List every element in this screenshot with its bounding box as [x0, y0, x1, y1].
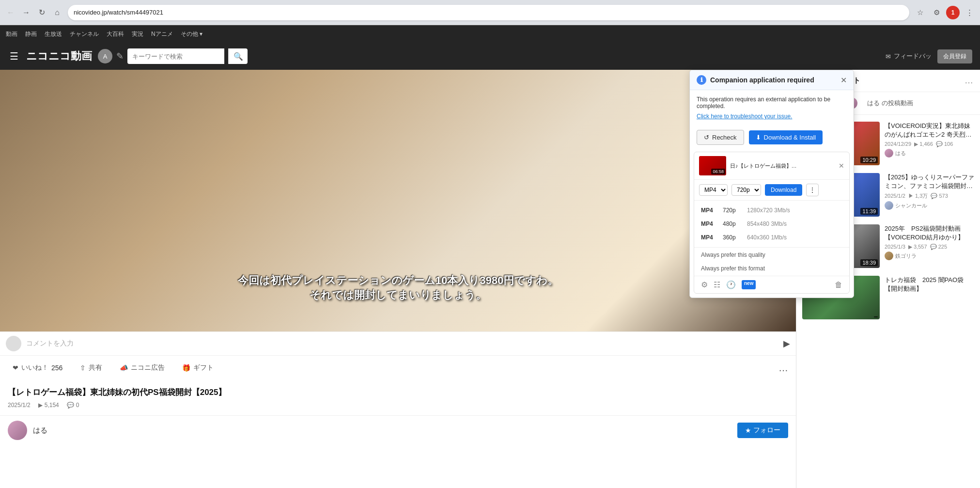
tab-author-videos[interactable]: はる の投稿動画: [860, 96, 920, 110]
dl-quality-item-720[interactable]: MP4 720p 1280x720 3Mb/s: [694, 204, 849, 217]
search-input[interactable]: [127, 48, 224, 64]
comment-avatar: [6, 336, 21, 351]
search-button[interactable]: 🔍: [228, 48, 248, 64]
rec-author-row-1: はる: [885, 149, 974, 157]
rec-date-1: 2024/12/29: [885, 141, 911, 147]
rec-meta-3: 2025/1/3 ▶ 3,557 💬 225: [885, 244, 974, 250]
register-button[interactable]: 会員登録: [937, 49, 972, 63]
rec-views-1: 1,466: [919, 141, 933, 147]
subtitle-line2: それでは開封してまいりましょう。: [238, 288, 558, 302]
main-content: 今回は初代プレイステーションのゲーム10本入り3980円ですわ。 それでは開封し…: [0, 70, 796, 488]
search-area: A ✎ 🔍: [98, 48, 248, 64]
back-button[interactable]: ←: [4, 6, 17, 19]
dl-res-360: 360p: [723, 234, 742, 241]
rec-author-name-2: シャンカール: [895, 202, 927, 209]
video-player[interactable]: 今回は初代プレイステーションのゲーム10本入り3980円ですわ。 それでは開封し…: [0, 70, 796, 331]
author-section: はる ★ フォロー: [0, 415, 796, 445]
comments-count: 0: [76, 402, 79, 409]
comments-icon: 💬: [67, 402, 74, 409]
dl-size-720: 1280x720 3Mb/s: [747, 207, 790, 214]
follow-button[interactable]: ★ フォロー: [737, 423, 788, 438]
author-tab[interactable]: はる の投稿動画: [846, 96, 920, 110]
like-button[interactable]: ❤ いいね！ 256: [8, 361, 67, 375]
rec-title-3: 2025年 PS2福袋開封動画【VOICEROID結月ゆかり】: [885, 224, 974, 242]
ad-icon: 📣: [120, 364, 128, 372]
views-count: 5,154: [45, 402, 59, 409]
dl-clock-icon[interactable]: 🕐: [726, 280, 736, 289]
extensions-button[interactable]: ⚙: [930, 6, 943, 19]
dl-trash-icon[interactable]: 🗑: [835, 281, 842, 289]
rec-date-3: 2025/1/3: [885, 244, 905, 250]
site-logo: ニコニコ動画: [26, 49, 92, 63]
nav-item-video[interactable]: 動画: [6, 30, 17, 38]
rec-author-avatar-3: [885, 252, 893, 260]
rec-title-1: 【VOICEROID実況】東北姉妹のがんばれゴエモン2 奇天烈将軍マッギネ…: [885, 122, 974, 139]
menu-button[interactable]: ⋮: [963, 6, 976, 19]
comment-send-button[interactable]: ▶: [783, 338, 790, 349]
home-button[interactable]: ⌂: [50, 6, 64, 19]
dl-settings-icon[interactable]: ⚙: [701, 280, 708, 289]
video-action-bar: ❤ いいね！ 256 ⇧ 共有 📣 ニコニ広告 🎁 ギフト …: [0, 355, 796, 380]
companion-link[interactable]: Click here to troubleshoot your issue.: [697, 113, 792, 120]
dl-quality-select[interactable]: 720p: [731, 184, 761, 196]
dl-title-text: 日♪【レトロゲーム福袋】…: [730, 162, 835, 169]
dl-quality-item-360[interactable]: MP4 360p 640x360 1Mb/s: [694, 231, 849, 244]
companion-info-icon: ℹ: [697, 75, 706, 85]
nav-item-live[interactable]: 生放送: [45, 30, 62, 38]
nav-item-manga[interactable]: 静画: [25, 30, 37, 38]
address-bar[interactable]: [68, 5, 909, 20]
follow-star-icon: ★: [745, 426, 751, 434]
dl-prefer-format[interactable]: Always prefer this format: [694, 262, 849, 276]
rec-info-2: 【2025】ゆっくりスーパーファミコン、ファミコン福袋開封動画 2025/1/2…: [885, 173, 974, 217]
dl-more-button[interactable]: ⋮: [806, 184, 819, 196]
recheck-label: Recheck: [712, 134, 737, 141]
feed-icon: ✉: [886, 53, 891, 60]
dl-controls: MP4 720p Download ⋮: [694, 180, 849, 201]
header-right: ✉ フィードバッ 会員登録: [886, 49, 972, 63]
nav-item-wiki[interactable]: 大百科: [107, 30, 124, 38]
dl-close-button[interactable]: ✕: [839, 162, 844, 170]
more-button[interactable]: …: [778, 362, 788, 374]
dl-quality-item-480[interactable]: MP4 480p 854x480 3Mb/s: [694, 217, 849, 231]
nav-item-anime[interactable]: Nアニメ: [151, 30, 173, 38]
gift-button[interactable]: 🎁 ギフト: [177, 361, 218, 375]
ad-button[interactable]: 📣 ニコニ広告: [115, 361, 170, 375]
rec-comments-2: 573: [939, 193, 948, 199]
nav-buttons: ← → ↻ ⌂: [4, 6, 64, 19]
dl-prefer-quality[interactable]: Always prefer this quality: [694, 247, 849, 262]
dl-download-button[interactable]: Download: [765, 184, 802, 196]
recheck-button[interactable]: ↺ Recheck: [697, 130, 744, 145]
feed-button[interactable]: ✉ フィードバッ: [886, 52, 932, 61]
reload-button[interactable]: ↻: [35, 6, 48, 19]
video-title: 【レトロゲーム福袋】東北姉妹の初代PS福袋開封【2025】: [8, 387, 788, 398]
main-header: ☰ ニコニコ動画 A ✎ 🔍 ✉ フィードバッ 会員登録: [0, 43, 980, 70]
nav-item-channel[interactable]: チャンネル: [70, 30, 99, 38]
comment-input[interactable]: コメントを入力: [26, 339, 778, 348]
comment-list-more-button[interactable]: …: [964, 76, 973, 86]
hamburger-button[interactable]: ☰: [8, 48, 20, 64]
share-button[interactable]: ⇧ 共有: [75, 361, 107, 375]
nav-item-live2[interactable]: 実況: [132, 30, 143, 38]
video-container: 今回は初代プレイステーションのゲーム10本入り3980円ですわ。 それでは開封し…: [0, 70, 796, 331]
dl-format-select[interactable]: MP4: [699, 184, 728, 196]
profile-button[interactable]: 1: [946, 6, 960, 19]
dl-footer-icons: ⚙ ☷ 🕐 new: [701, 280, 756, 289]
rec-meta-2: 2025/1/2 ▶ 1,3万 💬 573: [885, 192, 974, 200]
dl-quality-list: MP4 720p 1280x720 3Mb/s MP4 480p 854x480…: [694, 201, 849, 247]
rec-author-avatar-2: [885, 201, 893, 210]
rec-duration-4: [874, 316, 878, 317]
site-nav: 動画 静画 生放送 チャンネル 大百科 実況 Nアニメ その他 ▾: [0, 25, 980, 43]
forward-button[interactable]: →: [19, 6, 33, 19]
nav-item-more[interactable]: その他 ▾: [181, 30, 202, 38]
companion-description: This operation requires an external appl…: [697, 96, 847, 110]
dl-grid-icon[interactable]: ☷: [714, 280, 720, 289]
author-avatar: [8, 421, 27, 440]
companion-close-button[interactable]: ✕: [840, 76, 847, 85]
rec-comments-1: 106: [944, 141, 953, 147]
download-install-button[interactable]: ⬇ Download & Install: [749, 130, 823, 144]
share-label: 共有: [89, 363, 102, 372]
bookmark-button[interactable]: ☆: [913, 6, 927, 19]
recheck-icon: ↺: [704, 134, 709, 141]
rec-meta-1: 2024/12/29 ▶ 1,466 💬 106: [885, 141, 974, 147]
rec-info-1: 【VOICEROID実況】東北姉妹のがんばれゴエモン2 奇天烈将軍マッギネ… 2…: [885, 122, 974, 165]
